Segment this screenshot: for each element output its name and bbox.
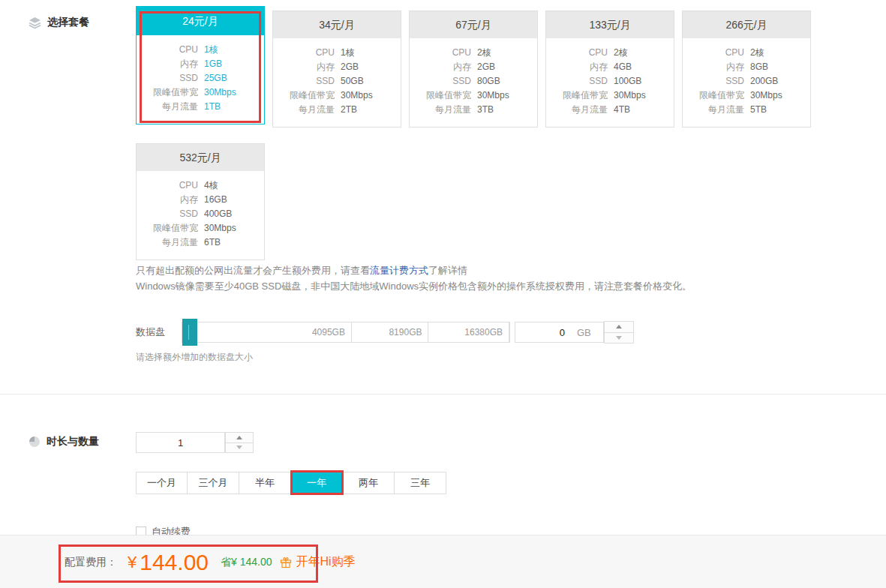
section-title-text: 选择套餐	[47, 16, 89, 29]
spec-label: SSD	[410, 74, 471, 88]
spec-value: 400GB	[204, 207, 232, 221]
spec-value: 3TB	[477, 103, 494, 117]
spec-value: 30Mbps	[341, 88, 373, 103]
package-card-266[interactable]: 266元/月 CPU2核 内存8GB SSD200GB 限峰值带宽30Mbps …	[682, 10, 811, 128]
spec-label: 限峰值带宽	[273, 88, 335, 103]
savings-text: 省¥ 144.00	[221, 556, 272, 569]
quantity-spinner	[225, 432, 254, 453]
arrow-down-icon	[616, 336, 622, 340]
spec-label: 限峰值带宽	[137, 86, 198, 100]
spec-value: 8GB	[750, 60, 768, 74]
package-price: 133元/月	[546, 11, 674, 38]
quantity-input-box	[136, 432, 225, 453]
note-line-2: Windows镜像需要至少40GB SSD磁盘，非中国大陆地域Windows实例…	[136, 278, 692, 294]
spec-value: 100GB	[614, 74, 641, 88]
spec-label: 每月流量	[137, 100, 198, 114]
package-price: 532元/月	[137, 144, 264, 171]
package-card-532[interactable]: 532元/月 CPU4核 内存16GB SSD400GB 限峰值带宽30Mbps…	[136, 143, 265, 260]
spec-value: 30Mbps	[204, 221, 236, 236]
slider-mark: 8190GB	[352, 322, 429, 342]
spec-value: 5TB	[750, 103, 767, 117]
spec-label: 限峰值带宽	[410, 88, 471, 103]
spec-label: 内存	[137, 57, 198, 71]
data-disk-row: 数据盘 4095GB 8190GB 16380GB GB	[136, 321, 634, 344]
fee-amount: 144.00	[140, 550, 209, 575]
package-card-67[interactable]: 67元/月 CPU2核 内存2GB SSD80GB 限峰值带宽30Mbps 每月…	[409, 10, 538, 128]
quantity-spin-up-button[interactable]	[225, 432, 254, 443]
duration-3-months[interactable]: 三个月	[188, 472, 239, 494]
spec-label: 每月流量	[683, 103, 744, 117]
spec-value: 2TB	[341, 103, 357, 117]
data-disk-spinner	[604, 321, 634, 344]
data-disk-helper-text: 请选择额外增加的数据盘大小	[136, 351, 253, 364]
spec-label: CPU	[683, 46, 744, 60]
spec-label: 每月流量	[546, 103, 608, 117]
data-disk-slider[interactable]: 4095GB 8190GB 16380GB	[182, 322, 510, 343]
spec-value: 2GB	[477, 60, 495, 74]
slider-mark: 4095GB	[182, 322, 352, 342]
spec-value: 4GB	[614, 60, 632, 74]
package-price: 34元/月	[273, 11, 401, 38]
traffic-billing-link[interactable]: 流量计费方式	[370, 265, 428, 276]
spec-label: CPU	[546, 46, 608, 60]
package-card-34[interactable]: 34元/月 CPU1核 内存2GB SSD50GB 限峰值带宽30Mbps 每月…	[272, 10, 401, 128]
layers-icon	[29, 16, 41, 29]
spec-label: CPU	[137, 178, 198, 193]
quantity-control	[136, 432, 254, 453]
spec-value: 1GB	[204, 57, 222, 71]
spec-value: 25GB	[204, 71, 227, 86]
arrow-up-icon	[236, 436, 242, 440]
spec-label: 内存	[410, 60, 471, 74]
data-disk-label: 数据盘	[136, 326, 182, 339]
quantity-input[interactable]	[137, 433, 224, 452]
slider-handle[interactable]	[182, 319, 197, 346]
spec-label: 限峰值带宽	[137, 221, 198, 236]
spec-label: SSD	[137, 71, 198, 86]
spec-value: 2核	[750, 46, 764, 60]
spec-value: 4TB	[614, 103, 630, 117]
spec-label: 限峰值带宽	[683, 88, 744, 103]
spec-label: SSD	[137, 207, 198, 221]
package-card-133[interactable]: 133元/月 CPU2核 内存4GB SSD100GB 限峰值带宽30Mbps …	[545, 10, 674, 128]
spec-label: 每月流量	[273, 103, 335, 117]
spec-label: 内存	[137, 193, 198, 207]
spec-label: SSD	[683, 74, 744, 88]
quantity-spin-down-button[interactable]	[225, 443, 254, 454]
spec-label: 限峰值带宽	[546, 88, 608, 103]
spec-label: 内存	[273, 60, 335, 74]
package-card-24[interactable]: 24元/月 CPU1核 内存1GB SSD25GB 限峰值带宽30Mbps 每月…	[136, 6, 265, 124]
gift-icon	[280, 556, 292, 568]
duration-1-year[interactable]: 一年	[291, 472, 343, 494]
spec-label: 每月流量	[410, 103, 471, 117]
disk-spin-up-button[interactable]	[604, 321, 634, 333]
spec-label: CPU	[410, 46, 471, 60]
duration-1-month[interactable]: 一个月	[136, 472, 188, 494]
duration-button-group: 一个月 三个月 半年 一年 两年 三年	[136, 472, 446, 494]
spec-value: 2GB	[341, 60, 359, 74]
package-section-title: 选择套餐	[29, 16, 89, 29]
data-disk-input[interactable]	[515, 327, 565, 338]
arrow-down-icon	[236, 446, 242, 449]
arrow-up-icon	[616, 325, 622, 328]
purchase-footer-bar: 配置费用： ¥ 144.00 省¥ 144.00 开年Hi购季 加入购物车 立即…	[0, 535, 886, 588]
spec-label: CPU	[137, 43, 198, 57]
spec-label: 内存	[546, 60, 608, 74]
data-disk-unit: GB	[577, 327, 591, 338]
section-title-text: 时长与数量	[47, 435, 99, 448]
package-price: 67元/月	[410, 11, 537, 38]
package-price: 266元/月	[683, 11, 810, 38]
duration-2-years[interactable]: 两年	[343, 472, 395, 494]
package-price: 24元/月	[137, 7, 264, 35]
disk-spin-down-button[interactable]	[604, 333, 634, 344]
promo-text: 开年Hi购季	[296, 554, 356, 570]
package-card-list: 24元/月 CPU1核 内存1GB SSD25GB 限峰值带宽30Mbps 每月…	[136, 6, 820, 272]
slider-mark: 16380GB	[428, 322, 509, 342]
fee-summary: 配置费用： ¥ 144.00 省¥ 144.00 开年Hi购季	[65, 536, 356, 588]
spec-label: 每月流量	[137, 236, 198, 250]
spec-value: 6TB	[204, 236, 221, 250]
spec-value: 50GB	[341, 74, 364, 88]
spec-label: 内存	[683, 60, 744, 74]
duration-3-years[interactable]: 三年	[395, 472, 446, 494]
spec-value: 2核	[614, 46, 628, 60]
duration-half-year[interactable]: 半年	[239, 472, 291, 494]
